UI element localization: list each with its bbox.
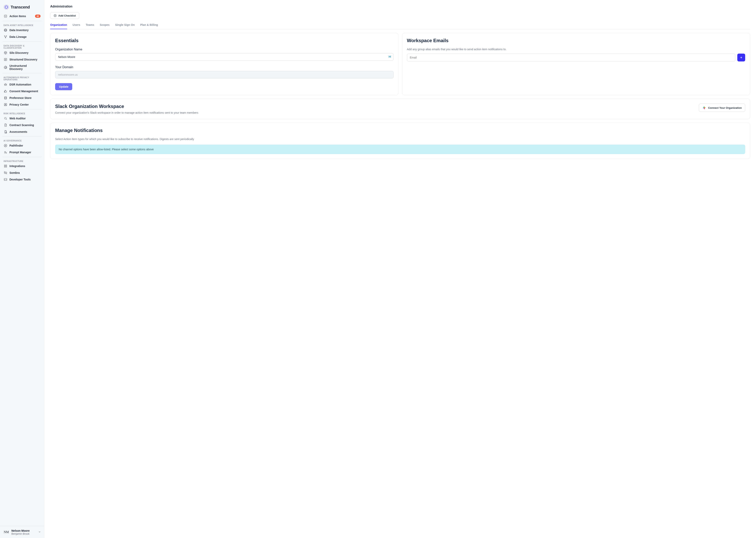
- sidebar-item-data-inventory[interactable]: Data Inventory: [0, 27, 44, 33]
- svg-point-8: [5, 37, 6, 38]
- prompt-icon: [4, 150, 8, 154]
- tab-users[interactable]: Users: [72, 23, 80, 29]
- org-name-label: Organization Name: [55, 48, 394, 51]
- divider: [3, 157, 41, 157]
- sidebar-item-pathfinder[interactable]: Pathfinder: [0, 142, 44, 149]
- logo[interactable]: Transcend: [0, 3, 44, 13]
- nav-item-label: DSR Automation: [10, 83, 31, 86]
- sidebar-item-contract-scanning[interactable]: Contract Scanning: [0, 122, 44, 129]
- globe-icon: [4, 28, 8, 32]
- tab-organization[interactable]: Organization: [50, 23, 67, 29]
- workspace-emails-title: Workspace Emails: [407, 38, 745, 43]
- svg-rect-14: [5, 84, 7, 85]
- svg-point-20: [5, 104, 6, 105]
- svg-rect-35: [4, 179, 7, 181]
- nav-item-label: Unstructured Discovery: [10, 64, 41, 71]
- person-icon: [4, 103, 8, 107]
- globe-scan-icon: [4, 65, 8, 69]
- tab-plan-billing[interactable]: Plan & Billing: [140, 23, 158, 29]
- page-title: Administration: [50, 5, 750, 8]
- eye-off-icon: [4, 171, 8, 175]
- sidebar-item-sombra[interactable]: Sombra: [0, 169, 44, 176]
- plus-icon: [740, 56, 743, 59]
- essentials-title: Essentials: [55, 38, 394, 43]
- workspace-email-input[interactable]: [407, 54, 735, 62]
- sidebar-item-consent-management[interactable]: Consent Management: [0, 88, 44, 94]
- add-checklist-button[interactable]: Add Checklist: [50, 12, 79, 19]
- sidebar-item-assessments[interactable]: Assessments: [0, 129, 44, 135]
- divider: [3, 21, 41, 21]
- svg-point-1: [4, 5, 9, 9]
- slack-card: Slack Organization Workspace Connect you…: [50, 99, 750, 119]
- nav-item-label: Contract Scanning: [10, 124, 34, 127]
- transcend-logo-icon: [4, 4, 9, 10]
- connect-slack-label: Connect Your Organization: [708, 106, 742, 109]
- svg-rect-34: [6, 166, 7, 167]
- password-manager-icon[interactable]: [389, 55, 392, 59]
- nav-item-label: Consent Management: [10, 90, 38, 93]
- nav-item-label: Silo Discovery: [10, 51, 28, 54]
- add-email-button[interactable]: [737, 54, 745, 62]
- slack-desc: Connect your organization's Slack worksp…: [55, 111, 198, 114]
- connect-slack-button[interactable]: Connect Your Organization: [699, 104, 745, 112]
- sidebar-item-prompt-manager[interactable]: Prompt Manager: [0, 149, 44, 156]
- workspace-emails-card: Workspace Emails Add any group alias ema…: [402, 33, 750, 95]
- db-icon: [4, 96, 8, 100]
- sidebar-item-integrations[interactable]: Integrations: [0, 163, 44, 169]
- main-content: Administration Add Checklist Organizatio…: [44, 0, 756, 538]
- sidebar-item-preference-store[interactable]: Preference Store: [0, 94, 44, 101]
- svg-point-0: [5, 6, 8, 9]
- thumb-icon: [4, 89, 8, 93]
- list-icon: [4, 58, 8, 62]
- svg-rect-40: [390, 56, 390, 57]
- sidebar: Transcend Action Items 42 DATA ASSET INT…: [0, 0, 44, 538]
- user-name: Nelson Moore: [11, 529, 36, 532]
- cube-icon: [4, 51, 8, 55]
- sidebar-item-dsr-automation[interactable]: DSR Automation: [0, 81, 44, 88]
- slack-icon: [702, 106, 706, 110]
- grid-icon: [4, 164, 8, 168]
- sidebar-item-developer-tools[interactable]: Developer Tools: [0, 176, 44, 183]
- svg-point-6: [4, 36, 5, 36]
- svg-line-22: [6, 119, 7, 120]
- section-label: DATA DISCOVERY & CLASSIFICATION: [0, 43, 44, 49]
- svg-point-18: [5, 96, 7, 97]
- tab-teams[interactable]: Teams: [86, 23, 94, 29]
- domain-input: [55, 71, 394, 79]
- update-button[interactable]: Update: [55, 83, 72, 90]
- nav-item-label: Prompt Manager: [10, 151, 31, 154]
- sidebar-item-structured-discovery[interactable]: Structured Discovery: [0, 56, 44, 63]
- svg-rect-33: [4, 166, 5, 167]
- sidebar-item-web-auditor[interactable]: Web Auditor: [0, 115, 44, 122]
- user-menu[interactable]: NM Nelson Moore Benjamin Brook: [0, 526, 44, 538]
- nav-item-label: Data Lineage: [10, 35, 26, 38]
- compass-icon: [4, 144, 8, 147]
- svg-point-7: [6, 36, 7, 36]
- sidebar-item-silo-discovery[interactable]: Silo Discovery: [0, 49, 44, 56]
- nav-item-label: Pathfinder: [10, 144, 23, 147]
- section-label: AI GOVERNANCE: [0, 138, 44, 142]
- nav-item-label: Sombra: [10, 171, 20, 174]
- sidebar-item-unstructured-discovery[interactable]: Unstructured Discovery: [0, 63, 44, 72]
- nav-item-label: Preference Store: [10, 96, 31, 99]
- sidebar-item-privacy-center[interactable]: Privacy Center: [0, 101, 44, 108]
- org-name-input[interactable]: [55, 53, 394, 61]
- plus-circle-icon: [54, 14, 57, 17]
- lineage-icon: [4, 35, 8, 39]
- section-label: DATA ASSET INTELLIGENCE: [0, 22, 44, 27]
- search-icon: [4, 116, 8, 120]
- nav-item-label: Developer Tools: [10, 178, 31, 181]
- bot-icon: [4, 82, 8, 86]
- tab-scopes[interactable]: Scopes: [100, 23, 110, 29]
- sidebar-item-action-items[interactable]: Action Items 42: [0, 13, 44, 20]
- tab-single-sign-on[interactable]: Single Sign On: [115, 23, 135, 29]
- avatar: NM: [3, 529, 10, 535]
- section-label: AUTONOMOUS PRIVACY OPERATIONS: [0, 75, 44, 81]
- notifications-card: Manage Notifications Select Action Item …: [50, 123, 750, 159]
- notifications-title: Manage Notifications: [55, 128, 745, 133]
- sidebar-item-data-lineage[interactable]: Data Lineage: [0, 33, 44, 40]
- action-items-label: Action Items: [10, 15, 33, 18]
- divider: [3, 109, 41, 109]
- domain-label: Your Domain: [55, 65, 394, 69]
- svg-point-15: [5, 84, 5, 85]
